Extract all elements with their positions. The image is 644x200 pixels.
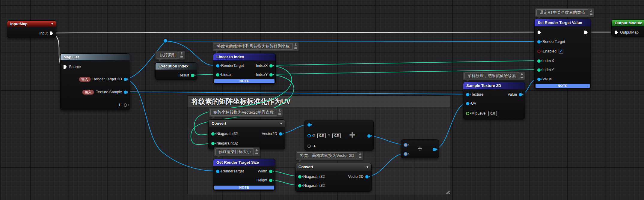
comment-set-rt-value[interactable]: 设定RT中某个纹素的数值 bbox=[535, 8, 594, 17]
comment-bubble-icon[interactable] bbox=[358, 156, 362, 159]
pin-divide-input-a[interactable] bbox=[404, 143, 408, 147]
node-input-map[interactable]: InputMap ▾ Input bbox=[7, 20, 56, 38]
pushpin-icon[interactable] bbox=[255, 148, 258, 152]
comment-bubble-icon[interactable] bbox=[520, 76, 524, 79]
node-title: Get Render Target Size bbox=[216, 160, 259, 165]
pin-width[interactable] bbox=[269, 170, 272, 173]
node-get-render-target-size[interactable]: Get Render Target Size RenderTarget Widt… bbox=[213, 159, 275, 191]
node-linear-to-index[interactable]: Linear to Index RenderTarget Linear Inde… bbox=[213, 53, 276, 84]
pin-vector2d[interactable] bbox=[279, 132, 282, 136]
pin-uv[interactable] bbox=[466, 102, 469, 105]
pushpin-icon[interactable] bbox=[589, 9, 593, 13]
comment-bubble-icon[interactable] bbox=[180, 56, 183, 58]
pin-texture[interactable] bbox=[466, 93, 469, 96]
pin-value[interactable] bbox=[519, 93, 522, 96]
note-bar[interactable]: NOTE bbox=[214, 79, 275, 83]
pin-vector2d[interactable] bbox=[365, 175, 369, 178]
pin-niagaraint32-1[interactable] bbox=[211, 132, 215, 136]
pin-label: OutputMap bbox=[620, 30, 639, 34]
comment-bubble-icon[interactable] bbox=[294, 47, 297, 50]
pushpin-icon[interactable] bbox=[294, 43, 297, 46]
graph-canvas[interactable]: 将纹素的矩阵坐标标准化作为UV bbox=[0, 0, 644, 200]
pin-add-input-a[interactable] bbox=[307, 123, 311, 127]
pushpin-icon[interactable] bbox=[358, 152, 362, 156]
pin-niagaraint32-1[interactable] bbox=[298, 175, 301, 178]
comment-matrix-to-vec[interactable]: 矩阵坐标转换为Vecter2d的浮点数 bbox=[209, 108, 283, 117]
pin-label: Input bbox=[39, 31, 48, 35]
y-label: Y bbox=[328, 133, 330, 138]
node-convert-b[interactable]: Convert ▾ NiagaraInt32 NiagaraInt32 Vect… bbox=[295, 163, 372, 192]
pin-label: IndexX bbox=[256, 64, 268, 68]
miplevel-value-field[interactable]: 0.0 bbox=[488, 111, 497, 116]
pin-label: NiagaraInt32 bbox=[303, 184, 325, 188]
exec-pin-outputmap[interactable] bbox=[614, 30, 618, 34]
add-pin-socket[interactable] bbox=[124, 103, 127, 107]
comment-group-header[interactable]: 将纹素的矩阵坐标标准化作为UV bbox=[188, 96, 450, 107]
comment-bubble-icon[interactable] bbox=[589, 13, 593, 16]
note-bar[interactable]: NOTE bbox=[536, 84, 590, 88]
pin-rendertarget[interactable] bbox=[537, 40, 541, 43]
add-pin-button[interactable]: + bbox=[118, 103, 121, 107]
pushpin-icon[interactable] bbox=[278, 109, 281, 112]
comment-sample-texture[interactable]: 采样纹理，结果赋值给纹素 bbox=[463, 71, 525, 80]
pin-label: UV bbox=[471, 101, 476, 106]
pin-miplevel[interactable] bbox=[466, 112, 469, 115]
node-title: Convert bbox=[298, 165, 313, 169]
pin-texture-sample[interactable] bbox=[124, 91, 127, 94]
comment-bubble-icon[interactable] bbox=[255, 152, 258, 155]
pin-value[interactable] bbox=[537, 78, 541, 81]
node-sample-texture-2d[interactable]: Sample Texture 2D Texture UV MipLevel 0.… bbox=[463, 82, 525, 119]
note-bar[interactable]: NOTE bbox=[214, 186, 274, 190]
exec-pin-source[interactable] bbox=[63, 65, 67, 69]
pin-label: Value bbox=[508, 92, 517, 97]
add-pin-button[interactable]: + bbox=[313, 144, 316, 148]
chevron-down-icon[interactable]: ▾ bbox=[51, 22, 53, 26]
node-add[interactable]: X 0.5 Y 0.5 + + bbox=[304, 120, 374, 151]
pushpin-icon[interactable] bbox=[520, 73, 524, 76]
comment-linear-to-index[interactable]: 将纹素的线性排列号转换为矩阵排列坐标 bbox=[212, 42, 299, 51]
node-execution-index[interactable]: Execution Index Result bbox=[155, 62, 197, 80]
x-value-field[interactable]: 0.5 bbox=[317, 133, 326, 138]
comment-wh-to-vec[interactable]: 将宽、高格式转换为Vector 2D bbox=[295, 151, 363, 160]
pin-divide-input-b[interactable] bbox=[404, 152, 408, 156]
pin-niagaraint32-2[interactable] bbox=[211, 142, 215, 145]
comment-get-rt-size[interactable]: 获取渲染目标大小 bbox=[214, 147, 260, 156]
pin-indexy[interactable] bbox=[269, 73, 273, 76]
comment-exec-index[interactable]: 执行索引 bbox=[155, 51, 185, 60]
y-value-field[interactable]: 0.5 bbox=[332, 133, 341, 138]
pin-label: RenderTarget bbox=[221, 64, 244, 68]
pin-rendertarget[interactable] bbox=[216, 64, 219, 67]
reroute-node[interactable] bbox=[164, 39, 167, 43]
pin-divide-output[interactable] bbox=[433, 148, 436, 151]
resize-handle-icon[interactable] bbox=[445, 190, 450, 194]
comment-bubble-icon[interactable] bbox=[278, 113, 281, 116]
pin-niagaraint32-2[interactable] bbox=[298, 184, 301, 187]
pin-rendertarget[interactable] bbox=[216, 170, 219, 173]
pin-label: Result bbox=[179, 73, 189, 77]
node-set-render-target-value[interactable]: Set Render Target Value RenderTarget Ena… bbox=[534, 19, 591, 89]
pin-indexx[interactable] bbox=[537, 59, 541, 63]
node-convert-a[interactable]: Convert ▾ NiagaraInt32 NiagaraInt32 Vect… bbox=[208, 119, 285, 149]
add-pin-socket[interactable] bbox=[307, 145, 311, 148]
node-divide[interactable]: ÷ bbox=[401, 139, 439, 158]
pin-add-output[interactable] bbox=[367, 134, 371, 138]
pin-add-input-b[interactable] bbox=[307, 134, 311, 137]
exec-pin-output[interactable] bbox=[584, 30, 588, 34]
pin-indexy[interactable] bbox=[537, 68, 541, 72]
pin-label: NiagaraInt32 bbox=[303, 175, 325, 179]
pin-enabled[interactable] bbox=[537, 50, 541, 53]
chevron-down-icon[interactable]: ▾ bbox=[367, 165, 368, 169]
exec-pin-output[interactable] bbox=[49, 31, 53, 35]
pin-indexx[interactable] bbox=[269, 64, 273, 67]
enabled-checkbox[interactable]: ✓ bbox=[559, 49, 563, 54]
chevron-down-icon[interactable]: ▾ bbox=[280, 121, 282, 126]
exec-pin-input[interactable] bbox=[537, 30, 541, 34]
pin-result[interactable] bbox=[191, 74, 194, 77]
wire-indexx-to-setrtv bbox=[270, 61, 539, 65]
pin-linear[interactable] bbox=[216, 73, 219, 76]
pin-height[interactable] bbox=[269, 179, 272, 182]
node-output-module[interactable]: Output Module OutputMap bbox=[611, 19, 644, 37]
node-map-get[interactable]: Map Get Source 输入 Render Target 2D 输入 Te… bbox=[60, 53, 130, 110]
pushpin-icon[interactable] bbox=[180, 52, 183, 55]
pin-render-target-2d[interactable] bbox=[124, 78, 127, 81]
